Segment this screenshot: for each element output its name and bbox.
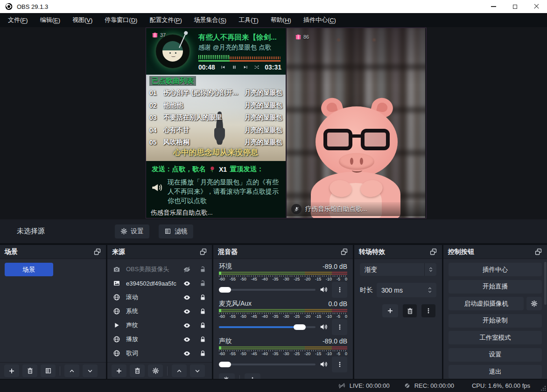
- source-row[interactable]: OBS美颜摄像头: [107, 262, 212, 276]
- maximize-icon: [513, 5, 517, 9]
- volume-slider[interactable]: [219, 324, 316, 330]
- exit-button[interactable]: 退出: [449, 365, 542, 378]
- menu-help[interactable]: 帮助(H): [265, 13, 297, 27]
- speaker-icon[interactable]: [319, 285, 328, 294]
- volume-slider[interactable]: [219, 287, 316, 293]
- gift-icon: [295, 34, 302, 40]
- source-row[interactable]: 歌词: [107, 346, 212, 360]
- lock-toggle[interactable]: [199, 322, 206, 329]
- visibility-toggle[interactable]: [183, 266, 191, 273]
- playlist-row: 01伤心剖半 (把你的心剖开...月亮的显眼包: [149, 87, 282, 99]
- time-total: 03:31: [265, 63, 281, 71]
- channel-menu-button[interactable]: [332, 282, 347, 298]
- channel-menu-button[interactable]: [332, 357, 347, 372]
- lock-toggle[interactable]: [199, 308, 206, 315]
- popout-icon[interactable]: [199, 248, 207, 256]
- source-row[interactable]: e394502df49aa5fc: [107, 276, 212, 290]
- menu-plugin-center[interactable]: 插件中心(C): [297, 13, 342, 27]
- visibility-toggle[interactable]: [183, 308, 191, 315]
- menu-edit[interactable]: 编辑(E): [34, 13, 66, 27]
- source-properties-gear-button[interactable]: [148, 364, 163, 377]
- virtual-camera-config-button[interactable]: [526, 297, 542, 310]
- source-row[interactable]: 播放: [107, 332, 212, 346]
- popout-icon[interactable]: [429, 248, 437, 256]
- source-row[interactable]: 滚动: [107, 290, 212, 304]
- advanced-audio-button[interactable]: [219, 373, 235, 379]
- settings-button[interactable]: 设置: [449, 348, 542, 362]
- lock-toggle[interactable]: [199, 266, 206, 273]
- resize-grip[interactable]: [541, 386, 546, 391]
- menu-tools[interactable]: 工具(T): [232, 13, 265, 27]
- spin-chevrons[interactable]: [423, 283, 436, 297]
- visibility-toggle[interactable]: [183, 350, 191, 357]
- lock-toggle[interactable]: [199, 280, 206, 287]
- cpu-fps-stats: CPU: 1.6%, 60.00 fps: [472, 382, 530, 389]
- avatar-video[interactable]: 86 疗伤音乐馆自助点歌...: [287, 28, 425, 218]
- start-virtual-camera-button[interactable]: 启动虚拟摄像机: [449, 297, 524, 310]
- add-source-button[interactable]: [112, 364, 126, 377]
- lock-toggle[interactable]: [199, 350, 206, 357]
- obs-logo: [5, 3, 13, 10]
- scenes-title: 场景: [5, 248, 18, 256]
- music-overlay-video[interactable]: 37 有些人不再回来【徐剑... 感谢 @月亮的显眼包 点歌 00:48: [146, 28, 287, 218]
- duration-spinbox[interactable]: 300 ms: [377, 283, 436, 297]
- mixer-channel: 声纹 -89.0 dB -60-55-50-45-40-35-30-25-20-…: [219, 336, 347, 372]
- song-requester: 月亮的显眼包: [245, 113, 282, 122]
- maximize-button[interactable]: [504, 0, 526, 13]
- source-filters-label: 滤镜: [175, 227, 188, 236]
- move-scene-down-button[interactable]: [83, 364, 98, 377]
- next-icon: [243, 64, 248, 70]
- remove-source-button[interactable]: [130, 364, 145, 377]
- mixer-dock-header: 混音器: [213, 245, 353, 259]
- song-requester: 月亮的显眼包: [245, 89, 282, 97]
- popout-icon[interactable]: [534, 248, 542, 256]
- volume-meter: [219, 346, 347, 350]
- lock-toggle[interactable]: [199, 336, 206, 343]
- add-scene-button[interactable]: [4, 364, 19, 377]
- popout-icon[interactable]: [340, 248, 348, 256]
- plugin-center-button[interactable]: 插件中心: [449, 263, 542, 276]
- menu-profile[interactable]: 配置文件(P): [143, 13, 188, 27]
- start-streaming-button[interactable]: 开始直播: [449, 280, 542, 294]
- sources-list: OBS美颜摄像头 e394502df49aa5fc 滚动 系统: [107, 259, 212, 360]
- close-button[interactable]: [526, 0, 547, 13]
- menu-view[interactable]: 视图(V): [66, 13, 98, 27]
- visibility-toggle[interactable]: [183, 336, 191, 343]
- remove-transition-button[interactable]: [403, 304, 417, 317]
- move-source-up-button[interactable]: [172, 364, 187, 377]
- menu-file[interactable]: 文件(F): [2, 13, 34, 27]
- source-name: 歌词: [126, 349, 178, 357]
- speaker-icon[interactable]: [319, 322, 328, 331]
- mixer-menu-button[interactable]: [245, 373, 260, 379]
- channel-menu-button[interactable]: [332, 319, 347, 335]
- visibility-toggle[interactable]: [183, 294, 191, 301]
- menu-scene-collection[interactable]: 场景集合(S): [188, 13, 232, 27]
- visibility-toggle[interactable]: [183, 322, 191, 329]
- transition-menu-button[interactable]: [421, 304, 435, 317]
- scene-filters-button[interactable]: [41, 364, 56, 377]
- add-transition-button[interactable]: [382, 304, 398, 317]
- minimize-button[interactable]: [483, 0, 504, 13]
- start-recording-button[interactable]: 开始录制: [449, 314, 542, 328]
- move-scene-up-button[interactable]: [64, 364, 79, 377]
- visibility-toggle[interactable]: [183, 280, 191, 287]
- scrollbar[interactable]: [544, 262, 547, 305]
- studio-mode-button[interactable]: 工作室模式: [449, 331, 542, 344]
- lock-toggle[interactable]: [199, 294, 206, 301]
- menu-docks[interactable]: 停靠窗口(D): [98, 13, 143, 27]
- source-filters-button[interactable]: 滤镜: [159, 224, 193, 238]
- speaker-icon[interactable]: [319, 360, 328, 369]
- volume-slider[interactable]: [219, 362, 316, 367]
- transitions-title: 转场特效: [359, 248, 385, 256]
- transition-select[interactable]: 渐变: [360, 263, 436, 276]
- playlist-background: 已点歌曲列表 01伤心剖半 (把你的心剖开...月亮的显眼包 02他他他月亮的显…: [146, 75, 286, 161]
- remove-scene-button[interactable]: [22, 364, 37, 377]
- avatar-caption: 疗伤音乐馆自助点歌...: [305, 205, 367, 213]
- source-properties-button[interactable]: 设置: [115, 224, 149, 238]
- source-row[interactable]: 系统: [107, 304, 212, 318]
- move-source-down-button[interactable]: [190, 364, 205, 377]
- scene-item-selected[interactable]: 场景: [5, 263, 53, 276]
- popout-icon[interactable]: [93, 248, 101, 256]
- tonearm: [179, 33, 186, 48]
- source-row[interactable]: 声纹: [107, 318, 212, 332]
